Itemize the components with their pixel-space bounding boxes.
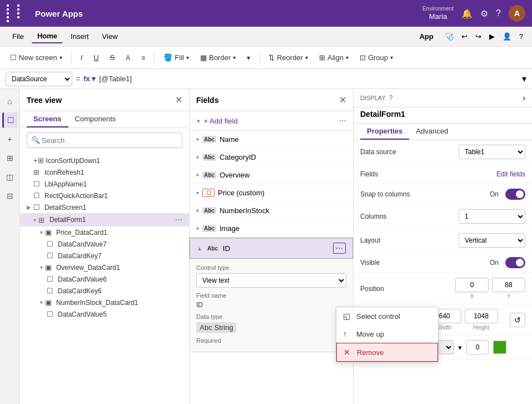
user-icon[interactable]: 👤 — [500, 31, 514, 42]
apps-grid-icon[interactable] — [7, 4, 26, 22]
more-button[interactable]: ▾ — [242, 52, 255, 64]
list-item[interactable]: ▾ ⊞ DetailForm1 ··· — [20, 213, 189, 226]
tree-search-icon: 🔍 — [31, 136, 40, 144]
display-label: DISPLAY — [360, 95, 386, 101]
datasource-select[interactable]: Table1 — [459, 145, 525, 159]
context-menu-remove[interactable]: ✕ Remove — [336, 343, 438, 362]
snap-on-label: On — [490, 190, 499, 198]
list-item[interactable]: ☐ DataCardKey7 — [20, 250, 189, 262]
visible-toggle[interactable] — [505, 257, 525, 268]
format-strikethrough[interactable]: S — [106, 51, 120, 64]
expand-panel-icon[interactable]: › — [523, 93, 525, 102]
context-menu-select-control[interactable]: ◱ Select control — [336, 307, 438, 325]
display-help-icon[interactable]: ? — [389, 94, 393, 102]
sidebar-media-icon[interactable]: ◫ — [2, 169, 18, 185]
undo-icon[interactable]: ↩ — [459, 31, 470, 42]
sidebar-home-icon[interactable]: ⌂ — [2, 93, 18, 109]
help-menu-icon[interactable]: ? — [517, 31, 525, 42]
avatar[interactable]: A — [509, 5, 525, 22]
play-icon[interactable]: ▶ — [487, 31, 497, 42]
tab-properties[interactable]: Properties — [360, 124, 409, 140]
menu-file[interactable]: File — [7, 30, 29, 43]
y-label: Y — [507, 293, 511, 299]
field-name: ID — [223, 244, 330, 253]
list-item[interactable]: ☐ RectQuickActionBar1 — [20, 190, 189, 201]
help-icon[interactable]: ? — [496, 8, 501, 18]
menu-home[interactable]: Home — [32, 29, 63, 43]
format-size[interactable]: A — [121, 52, 135, 64]
list-item[interactable]: ☐ LblAppName1 — [20, 178, 189, 190]
tab-screens[interactable]: Screens — [27, 111, 68, 127]
list-item[interactable]: ▾ ▣ Price_DataCard1 — [20, 226, 189, 238]
settings-icon[interactable]: ⚙ — [480, 8, 488, 19]
align-button[interactable]: ⊞ Align ▾ — [315, 51, 353, 64]
layout-select[interactable]: Vertical — [459, 233, 525, 248]
tree-close-icon[interactable]: ✕ — [175, 95, 182, 105]
sidebar-screens-icon[interactable]: ☐ — [2, 112, 18, 128]
control-type-select[interactable]: View text — [196, 273, 346, 288]
notifications-icon[interactable]: 🔔 — [461, 8, 473, 19]
menu-insert[interactable]: Insert — [65, 30, 95, 43]
list-item[interactable]: ▶ ☐ DetailScreen1 — [20, 201, 189, 213]
sidebar-add-icon[interactable]: + — [2, 131, 18, 147]
format-text-italic[interactable]: I — [76, 51, 87, 64]
field-dots-icon[interactable]: ··· — [333, 243, 346, 254]
field-item[interactable]: ▾ Abc CategoryID — [190, 149, 353, 166]
position-y-input[interactable] — [492, 278, 525, 292]
reorder-button[interactable]: ⇅ Reorder ▾ — [264, 51, 312, 64]
item-label: LblAppName1 — [44, 180, 182, 188]
formula-datasource-dropdown[interactable]: DataSource — [6, 72, 72, 86]
menu-view[interactable]: View — [97, 30, 123, 43]
border-button[interactable]: ▦ Border ▾ — [196, 51, 240, 64]
tree-search-area: 🔍 — [20, 128, 189, 152]
select-control-icon: ◱ — [343, 312, 352, 321]
field-item[interactable]: ▾ Abc NumberInStock — [190, 202, 353, 220]
list-item[interactable]: ▾ ▣ Overview_DataCard1 — [20, 262, 189, 273]
field-name: Image — [220, 224, 346, 233]
add-field-dots-icon[interactable]: ··· — [339, 116, 346, 126]
field-item[interactable]: ▾ ☐ Price (custom) — [190, 184, 353, 202]
fill-button[interactable]: 🪣 Fill ▾ — [159, 51, 193, 64]
list-item[interactable]: ☐ DataCardValue6 — [20, 273, 189, 285]
size-height-input[interactable] — [465, 309, 498, 323]
formula-expand-icon[interactable]: ▾ — [522, 73, 526, 84]
list-item[interactable]: ☐ DataCardValue5 — [20, 308, 189, 320]
group-button[interactable]: ⊡ Group ▾ — [355, 51, 397, 64]
field-item[interactable]: ▾ Abc Overview — [190, 166, 353, 184]
field-name-label: Field name — [196, 292, 346, 299]
border-dropdown-icon[interactable]: ▾ — [458, 343, 462, 352]
position-x-input[interactable] — [455, 278, 489, 292]
tab-advanced[interactable]: Advanced — [409, 124, 455, 140]
list-item[interactable]: ☐ DataCardKey6 — [20, 285, 189, 297]
redo-icon[interactable]: ↪ — [473, 31, 484, 42]
formula-input[interactable] — [99, 72, 519, 86]
list-item[interactable]: ⊞ IconRefresh1 — [20, 166, 189, 178]
snap-toggle[interactable] — [505, 189, 525, 200]
context-menu-move-up[interactable]: ↑ Move up — [336, 325, 438, 343]
field-item-id[interactable]: ▲ Abc ID ··· — [190, 238, 353, 259]
format-align[interactable]: ≡ — [137, 52, 150, 64]
item-label: DataCardValue7 — [58, 240, 182, 248]
columns-select[interactable]: 1 — [459, 209, 525, 224]
field-item[interactable]: ▾ Abc Image — [190, 220, 353, 238]
stethoscope-icon[interactable]: 🩺 — [442, 31, 456, 42]
list-item[interactable]: ▾ ▣ NumberInStock_DataCard1 — [20, 297, 189, 308]
size-refresh-icon[interactable]: ↺ — [510, 313, 525, 327]
edit-fields-link[interactable]: Edit fields — [496, 170, 525, 178]
add-field-button[interactable]: + + Add field ··· — [190, 111, 353, 131]
fields-close-icon[interactable]: ✕ — [339, 95, 346, 105]
field-item[interactable]: ▾ Abc Name — [190, 131, 353, 149]
tab-components[interactable]: Components — [68, 111, 123, 127]
border-width-input[interactable] — [466, 340, 489, 354]
fx-button[interactable]: fx ▾ — [83, 75, 96, 83]
new-screen-button[interactable]: ☐ New screen ▾ — [6, 51, 67, 64]
reorder-icon: ⇅ — [269, 53, 275, 62]
list-item[interactable]: +⊞ IconSortUpDown1 — [20, 155, 189, 166]
border-color-swatch[interactable] — [493, 341, 506, 354]
tree-search-input[interactable] — [27, 132, 182, 148]
sidebar-controls-icon[interactable]: ⊟ — [2, 188, 18, 204]
item-dots-icon[interactable]: ··· — [175, 215, 182, 225]
list-item[interactable]: ☐ DataCardValue7 — [20, 238, 189, 250]
sidebar-data-icon[interactable]: ⊞ — [2, 150, 18, 166]
format-underline[interactable]: U — [89, 51, 103, 64]
